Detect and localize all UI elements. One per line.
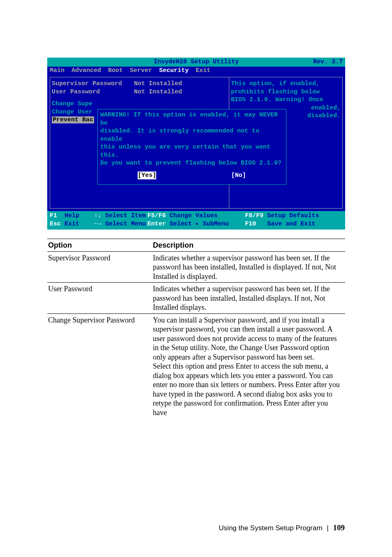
tab-main[interactable]: Main xyxy=(50,67,65,74)
dialog-text: disabled. It is strongly recommended not… xyxy=(100,127,284,143)
field-supervisor-password: Supervisor Password Not Installed xyxy=(52,80,227,88)
option-cell: User Password xyxy=(47,283,152,314)
footer-save: F10 Save and Exit xyxy=(245,220,343,228)
menu-change-supervisor[interactable]: Change Supe xyxy=(52,100,227,108)
field-value: Not Installed xyxy=(134,88,182,96)
dialog-yes-button[interactable]: [Yes] xyxy=(138,172,156,180)
table-header-option: Option xyxy=(47,239,152,252)
footer-change: F5/F6 Change Values xyxy=(148,212,245,220)
footer-exit: Esc Exit ←→ Select Menu xyxy=(50,220,148,228)
tab-exit[interactable]: Exit xyxy=(196,67,210,74)
field-user-password: User Password Not Installed xyxy=(52,88,227,96)
bios-left-pane: Supervisor Password Not Installed User P… xyxy=(50,77,229,209)
dialog-text: this unless you are very certain that yo… xyxy=(100,143,284,159)
tab-server[interactable]: Server xyxy=(130,67,152,74)
separator: | xyxy=(327,524,328,532)
description-cell: Indicates whether a supervisor password … xyxy=(152,283,345,314)
help-text: prohibits flashing below xyxy=(231,88,341,96)
bios-body: Supervisor Password Not Installed User P… xyxy=(47,74,345,211)
table-row: Change Supervisor Password You can insta… xyxy=(47,313,345,418)
description-cell: Indicates whether a supervisor password … xyxy=(152,251,345,283)
field-label: Supervisor Password xyxy=(52,80,134,88)
confirm-dialog: WARNING! If this option is enabled, it m… xyxy=(97,109,286,185)
page-number: 109 xyxy=(333,523,345,532)
table-header-description: Description xyxy=(152,239,345,252)
option-cell: Supervisor Password xyxy=(47,251,152,283)
field-label: User Password xyxy=(52,88,134,96)
footer-help: F1 Help ↑↓ Select Item xyxy=(50,212,148,220)
table-row: User Password Indicates whether a superv… xyxy=(47,283,345,314)
tab-advanced[interactable]: Advanced xyxy=(71,67,101,74)
page-footer: Using the System Setup Program | 109 xyxy=(219,523,345,532)
bios-title-bar: InsydeH20 Setup Utility Rev. 3.7 xyxy=(47,58,345,67)
help-text: This option, if enabled, xyxy=(231,80,341,88)
options-table: Option Description Supervisor Password I… xyxy=(47,239,345,418)
description-cell: You can install a Supervisor password, a… xyxy=(152,313,345,418)
table-row: Supervisor Password Indicates whether a … xyxy=(47,251,345,283)
help-text: BIOS 2.1.0. Warning! Once xyxy=(231,96,341,104)
section-title: Using the System Setup Program xyxy=(219,524,322,532)
dialog-no-button[interactable]: [No] xyxy=(231,172,246,180)
bios-revision: Rev. 3.7 xyxy=(313,58,343,66)
bios-footer: F1 Help ↑↓ Select Item F5/F6 Change Valu… xyxy=(47,211,345,230)
menu-prevent-flashing[interactable]: Prevent Bac xyxy=(52,116,94,123)
footer-submenu: Enter Select ▸ SubMenu xyxy=(148,220,245,228)
option-cell: Change Supervisor Password xyxy=(47,313,152,418)
field-value: Not Installed xyxy=(134,80,182,88)
tab-boot[interactable]: Boot xyxy=(108,67,123,74)
bios-title: InsydeH20 Setup Utility xyxy=(47,58,345,66)
bios-tab-bar: Main Advanced Boot Server Security Exit xyxy=(47,67,345,75)
footer-defaults: F8/F9 Setup Defaults xyxy=(245,212,343,220)
dialog-text: WARNING! If this option is enabled, it m… xyxy=(100,111,284,127)
bios-screen: InsydeH20 Setup Utility Rev. 3.7 Main Ad… xyxy=(47,58,345,230)
tab-security[interactable]: Security xyxy=(159,67,189,74)
dialog-text: Do you want to prevent flashing below BI… xyxy=(100,159,284,167)
